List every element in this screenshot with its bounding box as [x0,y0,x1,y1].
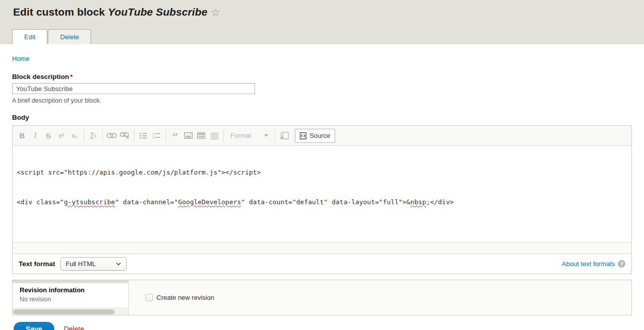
block-description-label: Block description* [12,73,73,80]
svg-text:2: 2 [152,136,154,139]
format-dropdown-label: Format [230,132,251,139]
breadcrumb: Home [12,55,632,62]
bullet-list-icon [139,132,147,139]
chevron-down-icon [116,262,121,266]
text-format-row: Text format Full HTML About text formats… [13,254,631,274]
table-icon [197,132,205,139]
source-code-area[interactable]: <script src="https://apis.google.com/js/… [13,146,631,242]
show-blocks-button[interactable] [278,129,291,142]
source-icon [300,132,306,139]
editor-toolbar: B I S x² x₂ Tx [13,126,631,146]
revision-tabs-menu: Revision information No revision [13,280,129,315]
field-body: Body B I S x² x₂ Tx [12,114,632,274]
page-title-prefix: Edit custom block [13,6,108,18]
image-icon [184,132,193,139]
blockquote-button[interactable]: ” [169,129,182,142]
block-description-help: A brief description of your block. [12,97,632,104]
scrollbar-thumb[interactable] [13,309,115,314]
create-new-revision-label[interactable]: Create new revision [156,294,214,301]
revision-tab-title: Revision information [20,286,128,294]
help-icon[interactable]: ? [618,260,625,268]
text-format-select[interactable]: Full HTML [60,257,127,271]
revision-tab[interactable]: Revision information No revision [13,283,128,308]
unlink-button[interactable] [118,129,131,142]
svg-text:1: 1 [152,132,154,136]
table-button[interactable] [195,129,208,142]
form-actions: Save Delete [12,322,632,330]
revision-tab-summary: No revision [20,296,128,303]
format-dropdown[interactable]: Format [226,129,272,142]
subscript-button[interactable]: x₂ [68,129,81,142]
unlink-icon [120,132,130,139]
horizontal-rule-icon [211,132,218,139]
tab-edit[interactable]: Edit [12,29,47,44]
page-header: Edit custom block YouTube Subscribe☆ Edi… [0,0,644,44]
tab-delete[interactable]: Delete [48,29,91,44]
editor-bottom-bar [13,242,631,254]
revision-vertical-tabs: Revision information No revision Create … [12,280,632,315]
source-code-line-2: <div class="g-ytsubscribe" data-channel=… [17,197,627,207]
save-button[interactable]: Save [14,322,54,330]
image-button[interactable] [182,129,195,142]
italic-button[interactable]: I [29,129,42,142]
body-editor: B I S x² x₂ Tx [12,125,632,274]
toolbar-separator [84,130,84,142]
numbered-list-icon: 1 2 [152,132,160,139]
page-title: Edit custom block YouTube Subscribe☆ [13,6,632,19]
horizontal-rule-button[interactable] [208,129,221,142]
bold-button[interactable]: B [16,129,29,142]
favorite-star-icon[interactable]: ☆ [211,7,220,18]
source-button[interactable]: Source [295,129,335,143]
breadcrumb-home-link[interactable]: Home [12,55,30,62]
block-description-input[interactable] [12,83,255,94]
source-code-line-1: <script src="https://apis.google.com/js/… [17,168,627,178]
create-new-revision-checkbox[interactable] [145,294,153,301]
field-block-description: Block description* A brief description o… [12,73,632,104]
page-title-entity: YouTube Subscribe [108,6,208,18]
text-format-label: Text format [19,260,55,268]
revision-pane: Create new revision [129,280,631,315]
bullet-list-button[interactable] [137,129,150,142]
about-text-formats-link[interactable]: About text formats [562,260,615,268]
link-icon [107,133,117,138]
source-button-label: Source [309,132,330,139]
body-label: Body [12,114,29,121]
chevron-down-icon [264,134,268,137]
link-button[interactable] [105,129,118,142]
delete-link[interactable]: Delete [64,325,84,330]
revision-tabs-scrollbar[interactable] [13,308,128,315]
show-blocks-icon [280,132,289,139]
required-marker: * [70,73,72,80]
numbered-list-button[interactable]: 1 2 [150,129,163,142]
superscript-button[interactable]: x² [55,129,68,142]
strikethrough-button[interactable]: S [42,129,55,142]
remove-format-button[interactable]: Tx [87,129,100,142]
toolbar-separator [223,130,224,142]
toolbar-separator [166,130,166,142]
toolbar-separator [102,130,103,142]
blockquote-icon: ” [172,136,178,141]
toolbar-separator [134,130,134,142]
toolbar-separator [275,130,275,142]
primary-tabs: Edit Delete [12,29,92,44]
main-content: Home Block description* A brief descript… [0,55,644,330]
text-format-selected-option: Full HTML [66,260,96,268]
